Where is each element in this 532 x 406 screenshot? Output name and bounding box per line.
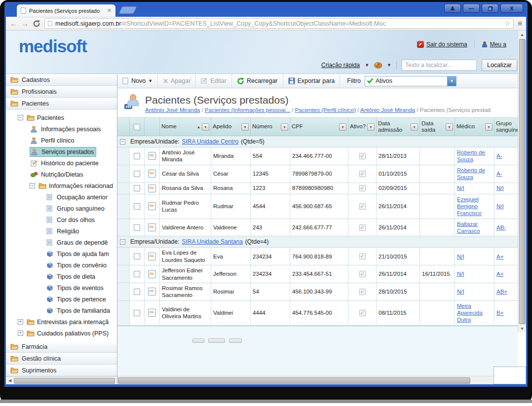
reload-icon[interactable] bbox=[33, 20, 40, 28]
row-select-cell[interactable] bbox=[130, 194, 145, 219]
column-filter-button[interactable]: ▼ bbox=[202, 123, 209, 131]
row-edit-icon[interactable] bbox=[148, 223, 156, 231]
row-edit-icon[interactable] bbox=[148, 202, 156, 210]
row-checkbox[interactable] bbox=[134, 253, 140, 259]
tree-item-inner[interactable]: Informações pessoais bbox=[30, 125, 103, 134]
scroll-down-icon[interactable]: ▼ bbox=[520, 325, 524, 332]
grupo-link[interactable]: A+ bbox=[496, 270, 503, 277]
tree-item[interactable]: Tipos de convênio bbox=[6, 259, 117, 271]
group-collapse-icon[interactable]: − bbox=[120, 239, 125, 245]
quick-create-caret-icon[interactable]: ▼ bbox=[365, 63, 369, 68]
medico-link[interactable]: N/I bbox=[457, 185, 464, 191]
column-filter-button[interactable]: ▼ bbox=[485, 123, 493, 131]
grupo-link[interactable]: A- bbox=[496, 152, 502, 159]
row-select-cell[interactable] bbox=[130, 265, 145, 283]
medico-link[interactable]: Roberto de Souza bbox=[457, 167, 492, 181]
new-tab-button[interactable] bbox=[119, 6, 137, 14]
search-input[interactable] bbox=[402, 60, 477, 71]
tree-item[interactable]: Tipos de eventos bbox=[6, 282, 117, 294]
medico-link[interactable]: Ezequiel Benigno Francisco bbox=[457, 196, 492, 217]
reload-button[interactable]: Recarregar bbox=[232, 74, 283, 88]
tree-item-inner[interactable]: Tipos de convênio bbox=[45, 261, 109, 270]
column-header-ativo-[interactable]: Ativo?▼ bbox=[348, 118, 377, 136]
row-edit-cell[interactable] bbox=[145, 219, 160, 236]
tree-item[interactable]: Religião bbox=[6, 225, 117, 237]
expand-icon[interactable]: + bbox=[18, 319, 23, 325]
column-header-nome[interactable]: Nome▲▼ bbox=[160, 118, 211, 136]
medico-link[interactable]: Meira Aparecida Dutra bbox=[457, 302, 492, 324]
tree-item[interactable]: Cor dos olhos bbox=[6, 214, 117, 225]
row-select-cell[interactable] bbox=[130, 219, 145, 236]
minimize-button[interactable]: — bbox=[463, 4, 480, 13]
tree-item[interactable]: +Cuidados paliativos (PPS) bbox=[6, 328, 117, 339]
tree-item[interactable]: Grupo sanguíneo bbox=[6, 203, 117, 214]
tree-item-inner[interactable]: Nutrição/Dietas bbox=[30, 170, 85, 179]
medico-link[interactable]: Baltazar Carrasco bbox=[457, 221, 492, 235]
tree-item[interactable]: Informações pessoais bbox=[6, 123, 117, 135]
sidebar-item-gestao-clinica[interactable]: Gestão clínica bbox=[6, 353, 117, 365]
grupo-link[interactable]: A+ bbox=[496, 253, 503, 260]
browser-menu-icon[interactable]: ≡ bbox=[518, 19, 522, 28]
url-bar[interactable]: medisoft.sigaerp.com.br/#ShortcutViewID=… bbox=[44, 18, 514, 29]
row-checkbox[interactable] bbox=[134, 224, 140, 231]
row-select-cell[interactable] bbox=[130, 248, 145, 265]
search-button[interactable]: Localizar bbox=[482, 59, 517, 71]
tree-item-inner[interactable]: Pacientes bbox=[26, 113, 66, 122]
row-edit-cell[interactable] bbox=[145, 265, 160, 283]
row-checkbox[interactable] bbox=[134, 271, 140, 277]
column-filter-button[interactable]: ▼ bbox=[367, 123, 375, 131]
export-button[interactable]: Exportar para bbox=[283, 74, 341, 88]
palette-caret-icon[interactable]: ▼ bbox=[387, 63, 391, 68]
tree-item-inner[interactable]: Graus de dependê bbox=[45, 238, 110, 247]
row-checkbox[interactable] bbox=[134, 310, 140, 316]
column-filter-button[interactable]: ▼ bbox=[281, 123, 288, 131]
tree-item[interactable]: Ocupação anterior bbox=[6, 191, 117, 203]
column-header-cpf[interactable]: CPF▼ bbox=[290, 118, 348, 136]
column-header-n-mero[interactable]: Número▼ bbox=[251, 118, 290, 136]
row-edit-cell[interactable] bbox=[145, 301, 160, 325]
column-filter-button[interactable]: ▼ bbox=[241, 123, 249, 131]
grupo-link[interactable]: AB- bbox=[496, 224, 506, 231]
row-checkbox[interactable] bbox=[134, 289, 140, 295]
collapse-icon[interactable]: − bbox=[18, 115, 23, 120]
sidebar-item-cadastros[interactable]: Cadastros bbox=[6, 74, 117, 86]
row-edit-icon[interactable] bbox=[148, 185, 156, 192]
tree-item[interactable]: Histórico do paciente bbox=[6, 157, 117, 169]
column-filter-button[interactable]: ▼ bbox=[411, 123, 418, 131]
tree-item[interactable]: Perfil clínico bbox=[6, 135, 117, 146]
pager-button[interactable] bbox=[192, 338, 204, 343]
row-checkbox[interactable] bbox=[134, 203, 140, 210]
tree-item-inner[interactable]: Grupo sanguíneo bbox=[45, 204, 107, 213]
row-edit-cell[interactable] bbox=[145, 283, 160, 300]
select-all-checkbox[interactable] bbox=[134, 124, 140, 130]
filter-dropdown-button[interactable]: ▼ bbox=[447, 76, 456, 86]
tree-item[interactable]: Tipos de familiarida bbox=[6, 305, 117, 316]
tree-item-inner[interactable]: Tipos de pertence bbox=[45, 295, 108, 304]
forward-icon[interactable]: → bbox=[21, 20, 29, 27]
pager-button[interactable] bbox=[208, 338, 225, 343]
theme-palette-icon[interactable] bbox=[374, 62, 382, 69]
back-icon[interactable]: ← bbox=[10, 20, 17, 27]
close-button[interactable]: X bbox=[500, 4, 523, 13]
column-header-data-admiss-o[interactable]: Data admissão▼ bbox=[377, 118, 420, 136]
medico-link[interactable]: N/I bbox=[457, 270, 464, 277]
breadcrumb-link[interactable]: Pacientes (Informações pessoai... bbox=[205, 107, 290, 113]
tree-item[interactable]: Graus de dependê bbox=[6, 237, 117, 248]
tree-item-inner[interactable]: Cuidados paliativos (PPS) bbox=[26, 329, 111, 338]
sidebar-item-pacientes[interactable]: Pacientes bbox=[6, 98, 117, 110]
row-edit-icon[interactable] bbox=[148, 170, 156, 178]
row-select-cell[interactable] bbox=[130, 165, 145, 183]
restore-button[interactable] bbox=[482, 4, 498, 13]
tree-item[interactable]: Serviços prestados bbox=[6, 146, 117, 157]
tree-item[interactable]: +Entrevistas para internaçã bbox=[6, 316, 117, 328]
row-edit-icon[interactable] bbox=[148, 253, 156, 260]
tree-item[interactable]: −Pacientes bbox=[6, 112, 117, 123]
column-header-grupo-sangu-neo[interactable]: Grupo sanguíneo▼ bbox=[494, 118, 518, 136]
column-filter-button[interactable]: ▼ bbox=[446, 123, 453, 131]
sidebar-item-profissionais[interactable]: Profissionais bbox=[6, 86, 117, 98]
scrollbar-thumb[interactable] bbox=[14, 378, 115, 384]
breadcrumb-link[interactable]: Antônio José Miranda bbox=[360, 107, 415, 113]
sidebar-item-farmacia[interactable]: Farmácia bbox=[6, 341, 117, 353]
row-checkbox[interactable] bbox=[134, 153, 140, 159]
row-select-cell[interactable] bbox=[130, 148, 145, 165]
